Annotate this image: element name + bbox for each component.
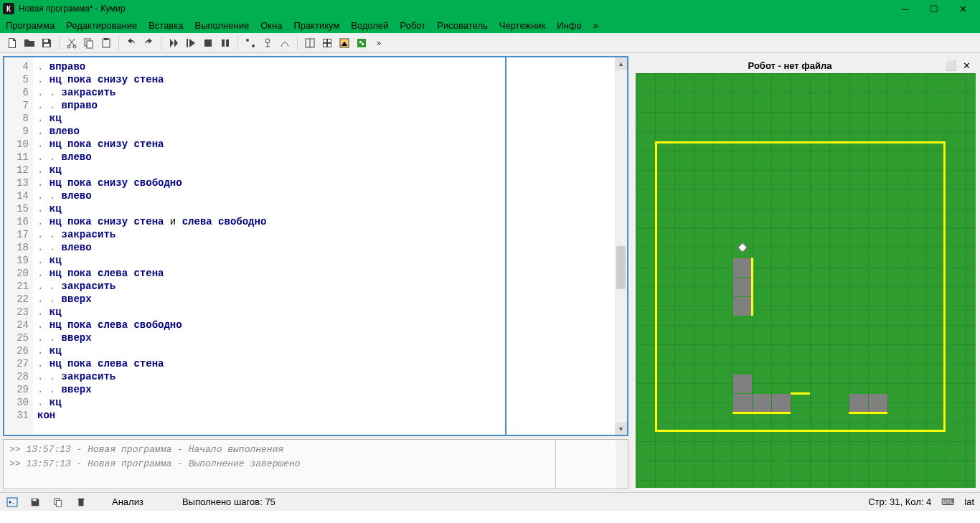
minimize-button[interactable]: ─: [891, 0, 920, 17]
svg-point-9: [246, 39, 249, 42]
menu-выполнение[interactable]: Выполнение: [194, 20, 249, 31]
code-line[interactable]: . . вверх: [37, 383, 611, 396]
code-line[interactable]: . кц: [37, 202, 611, 215]
code-line[interactable]: . . закрасить: [37, 370, 611, 383]
code-line[interactable]: . . закрасить: [37, 228, 611, 241]
code-line[interactable]: . кц: [37, 112, 611, 125]
menu-робот[interactable]: Робот: [400, 20, 426, 31]
code-line[interactable]: . нц пока слева свободно: [37, 319, 611, 331]
code-line[interactable]: . . вверх: [37, 293, 611, 306]
toolbar-more[interactable]: »: [371, 35, 387, 51]
menu-окна[interactable]: Окна: [260, 20, 282, 31]
code-line[interactable]: . кц: [37, 164, 611, 176]
cut-icon[interactable]: [64, 35, 80, 51]
menu-водолей[interactable]: Водолей: [351, 20, 388, 31]
open-file-icon[interactable]: [22, 35, 37, 51]
tool2-icon[interactable]: [260, 35, 275, 51]
scroll-up-icon[interactable]: ▴: [615, 57, 627, 70]
code-area[interactable]: . вправо. нц пока снизу стена. . закраси…: [33, 57, 615, 435]
scroll-down-icon[interactable]: ▾: [615, 423, 627, 435]
undo-icon[interactable]: [123, 35, 139, 51]
svg-point-11: [265, 39, 270, 43]
status-console-icon[interactable]: [6, 496, 19, 509]
code-line[interactable]: . нц пока слева стена: [37, 267, 611, 280]
menu-практикум[interactable]: Практикум: [293, 20, 339, 31]
code-line[interactable]: . нц пока снизу стена и слева свободно: [37, 215, 611, 228]
robot-field[interactable]: [636, 73, 976, 488]
code-line[interactable]: . нц пока снизу свободно: [37, 176, 611, 189]
editor-scrollbar[interactable]: ▴ ▾: [615, 57, 627, 435]
code-line[interactable]: . вправо: [37, 60, 611, 73]
menu-»[interactable]: »: [593, 20, 598, 31]
code-line[interactable]: . нц пока снизу стена: [37, 138, 611, 151]
panel2-icon[interactable]: [319, 35, 335, 51]
code-line[interactable]: . . закрасить: [37, 86, 611, 99]
field-boundary: [655, 141, 946, 432]
status-steps: Выполнено шагов: 75: [182, 496, 275, 507]
editor-splitter[interactable]: [505, 57, 507, 435]
panel4-icon[interactable]: [354, 35, 369, 51]
wall: [732, 412, 791, 414]
scroll-thumb[interactable]: [616, 246, 626, 289]
code-line[interactable]: . кц: [37, 344, 611, 357]
maximize-button[interactable]: ☐: [920, 0, 948, 17]
close-button[interactable]: ✕: [948, 0, 977, 17]
status-lang[interactable]: lat: [964, 496, 974, 507]
panel1-icon[interactable]: [302, 35, 318, 51]
status-copy-icon[interactable]: [52, 496, 65, 509]
svg-rect-17: [324, 44, 326, 47]
status-cursor: Стр: 31, Кол: 4: [868, 496, 931, 507]
code-line[interactable]: . кц: [37, 254, 611, 267]
new-file-icon[interactable]: [4, 35, 20, 51]
code-line[interactable]: . . вправо: [37, 99, 611, 112]
filled-cell: [733, 297, 752, 316]
robot-panel-title: Робот - нет файла: [639, 60, 941, 71]
code-line[interactable]: . . влево: [37, 241, 611, 254]
code-line[interactable]: . нц пока снизу стена: [37, 73, 611, 86]
output-console: >> 13:57:13 - Новая программа - Начало в…: [3, 439, 628, 489]
save-file-icon[interactable]: [39, 35, 55, 51]
code-line[interactable]: . кц: [37, 396, 611, 409]
tool3-icon[interactable]: [277, 35, 293, 51]
filled-cell: [733, 278, 752, 296]
status-delete-icon[interactable]: [75, 496, 88, 509]
code-line[interactable]: . . влево: [37, 189, 611, 202]
line-gutter: 4567891011121314151617181920212223242526…: [4, 57, 33, 435]
svg-rect-15: [324, 39, 326, 42]
code-line[interactable]: . . влево: [37, 151, 611, 164]
code-line[interactable]: кон: [37, 409, 611, 422]
step-icon[interactable]: [183, 35, 199, 51]
console-scrollbar[interactable]: [616, 440, 628, 489]
redo-icon[interactable]: [141, 35, 156, 51]
code-line[interactable]: . . вверх: [37, 331, 611, 344]
filled-cell: [733, 374, 752, 393]
menu-чертежник[interactable]: Чертежник: [499, 20, 546, 31]
menu-инфо[interactable]: Инфо: [557, 20, 581, 31]
panel3-icon[interactable]: [336, 35, 352, 51]
filled-cell: [733, 258, 752, 277]
code-line[interactable]: . влево: [37, 125, 611, 138]
code-editor[interactable]: 4567891011121314151617181920212223242526…: [3, 56, 628, 436]
stop-icon[interactable]: [200, 35, 216, 51]
copy-icon[interactable]: [81, 35, 97, 51]
pause-icon[interactable]: [217, 35, 233, 51]
run-icon[interactable]: [166, 35, 182, 51]
code-line[interactable]: . кц: [37, 306, 611, 319]
svg-rect-8: [226, 39, 229, 47]
code-line[interactable]: . . закрасить: [37, 280, 611, 293]
robot-close-icon[interactable]: ✕: [960, 59, 973, 72]
status-save-icon[interactable]: [29, 496, 42, 509]
filled-cell: [869, 394, 887, 413]
menu-программа[interactable]: Программа: [6, 20, 55, 31]
paste-icon[interactable]: [98, 35, 114, 51]
menu-редактирование[interactable]: Редактирование: [66, 20, 137, 31]
svg-rect-16: [328, 39, 331, 42]
svg-rect-21: [359, 41, 362, 43]
menu-рисователь[interactable]: Рисователь: [437, 20, 487, 31]
code-line[interactable]: . нц пока слева стена: [37, 357, 611, 370]
status-keyboard-icon[interactable]: ⌨: [941, 496, 954, 509]
robot-maximize-icon[interactable]: ⬜: [944, 59, 957, 72]
tool1-icon[interactable]: [242, 35, 258, 51]
svg-rect-18: [328, 44, 331, 47]
menu-вставка[interactable]: Вставка: [149, 20, 183, 31]
